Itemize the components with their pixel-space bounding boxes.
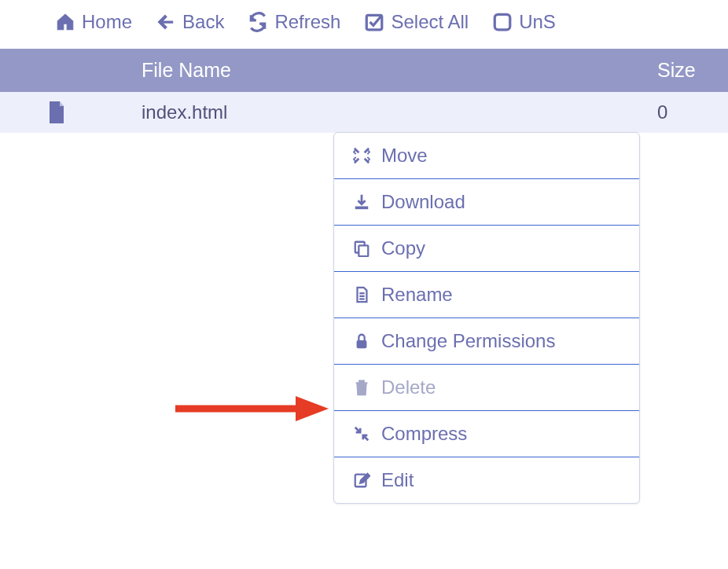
file-size: 0: [657, 101, 728, 123]
context-menu: Move Download Copy Rename Change Permiss…: [333, 132, 640, 504]
header-icon-col: [0, 59, 142, 82]
menu-download-label: Download: [381, 191, 465, 213]
table-header: File Name Size: [0, 49, 728, 92]
file-icon-cell: [0, 101, 142, 123]
menu-move[interactable]: Move: [334, 133, 639, 179]
home-icon: [55, 12, 75, 32]
menu-compress[interactable]: Compress: [334, 411, 639, 457]
menu-edit[interactable]: Edit: [334, 457, 639, 503]
home-button[interactable]: Home: [55, 11, 132, 33]
back-label: Back: [182, 11, 224, 33]
copy-icon: [351, 240, 372, 257]
compress-icon: [351, 425, 372, 442]
check-square-icon: [364, 12, 384, 32]
edit-icon: [351, 472, 372, 489]
download-icon: [351, 193, 372, 211]
menu-move-label: Move: [381, 145, 428, 167]
header-size[interactable]: Size: [657, 59, 728, 82]
unselect-label: UnS: [519, 11, 556, 33]
toolbar: Home Back Refresh Select All UnS: [0, 0, 728, 44]
menu-copy-label: Copy: [381, 237, 425, 259]
empty-square-icon: [492, 12, 513, 32]
menu-change-permissions-label: Change Permissions: [381, 330, 555, 352]
svg-marker-13: [296, 396, 329, 421]
svg-rect-2: [355, 207, 369, 210]
refresh-label: Refresh: [274, 11, 340, 33]
svg-rect-8: [357, 340, 367, 348]
home-label: Home: [82, 11, 132, 33]
select-all-button[interactable]: Select All: [364, 11, 469, 33]
move-icon: [351, 147, 372, 164]
back-arrow-icon: [156, 12, 176, 32]
refresh-icon: [248, 12, 268, 32]
rename-icon: [351, 286, 372, 303]
menu-delete[interactable]: Delete: [334, 365, 639, 411]
refresh-button[interactable]: Refresh: [248, 11, 340, 33]
menu-download[interactable]: Download: [334, 179, 639, 226]
menu-change-permissions[interactable]: Change Permissions: [334, 318, 639, 365]
back-button[interactable]: Back: [156, 11, 224, 33]
svg-rect-1: [495, 14, 510, 30]
annotation-arrow: [171, 393, 329, 424]
menu-copy[interactable]: Copy: [334, 226, 639, 272]
file-icon: [47, 101, 66, 123]
file-name: index.html: [142, 101, 657, 123]
lock-icon: [351, 332, 372, 350]
unselect-button[interactable]: UnS: [492, 11, 556, 33]
menu-compress-label: Compress: [381, 423, 467, 445]
menu-rename[interactable]: Rename: [334, 272, 639, 318]
select-all-label: Select All: [391, 11, 469, 33]
menu-edit-label: Edit: [381, 469, 414, 491]
menu-delete-label: Delete: [381, 376, 436, 398]
menu-rename-label: Rename: [381, 284, 453, 306]
header-filename[interactable]: File Name: [142, 59, 657, 82]
trash-icon: [351, 379, 372, 396]
table-row[interactable]: index.html 0: [0, 92, 728, 133]
svg-rect-4: [358, 245, 368, 256]
